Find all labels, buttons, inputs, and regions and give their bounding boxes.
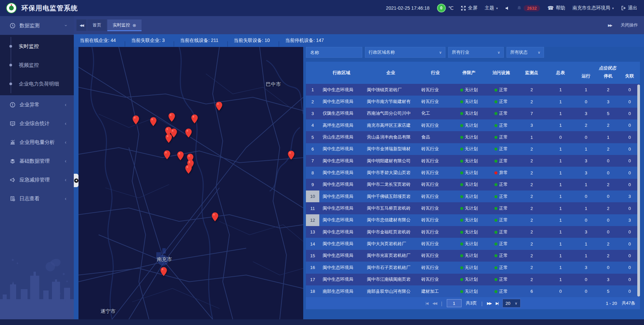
cell-facility: 正常 xyxy=(485,229,517,235)
region-filter-value: 行政区域名称 xyxy=(369,49,395,55)
datetime-label: 2021-02-25 17:46:18 xyxy=(386,5,430,11)
cell-points: 2 xyxy=(517,182,546,187)
sidebar-item-应急减排管理[interactable]: 应急减排管理‹ xyxy=(0,170,74,189)
cell-run: 1 xyxy=(575,206,597,211)
status-filter-dropdown[interactable]: 所有状态 ∨ xyxy=(506,47,544,58)
cell-index: 17 xyxy=(306,274,319,285)
table-row[interactable]: 10阆中生态环境局阆中千佛镇五郎垭页岩砖瓦行业无计划正常21003 xyxy=(306,191,640,202)
table-row[interactable]: 17阆中生态环境局阆中市江南镇阆南页岩砖瓦行业无计划正常21030 xyxy=(306,274,640,285)
region-filter-dropdown[interactable]: 行政区域名称 ∨ xyxy=(365,47,445,58)
tabbar-right: ▶▶ 关闭操作 xyxy=(608,22,644,28)
org-dropdown[interactable]: 南充市生态环境局 ▾ xyxy=(573,5,614,11)
cell-total: 1 xyxy=(546,170,575,175)
logout-button[interactable]: 退出 xyxy=(621,5,637,11)
sidebar-item-企业综合统计[interactable]: 企业综合统计‹ xyxy=(0,114,74,133)
table-row[interactable]: 16阆中生态环境局阆中市石子页岩机砖厂砖瓦行业无计划正常21300 xyxy=(306,262,640,273)
sidebar-item-实时监控[interactable]: 实时监控 xyxy=(0,37,74,56)
cell-facility: 正常 xyxy=(485,205,517,211)
sidebar-collapse-handle[interactable]: ◀ xyxy=(74,174,78,187)
table-row[interactable]: 1阆中生态环境局阆中强锐页岩砖厂砖瓦行业无计划正常21120 xyxy=(306,84,640,96)
map-pin-icon[interactable] xyxy=(212,212,218,221)
table-row[interactable]: 9阆中生态环境局阆中市二龙长宝页岩砖砖瓦行业无计划正常21120 xyxy=(306,179,640,191)
cell-stop: 2 xyxy=(597,182,619,187)
last-page-button[interactable]: ▶| xyxy=(496,301,498,306)
logout-icon xyxy=(621,6,626,10)
table-row[interactable]: 4高坪生态环境局南充市高坪区王家店建砖瓦行业无计划正常31220 xyxy=(306,119,640,131)
help-button[interactable]: ☎ 帮助 xyxy=(547,5,565,11)
cell-limit: 无计划 xyxy=(453,146,485,152)
cell-points: 2 xyxy=(517,229,546,234)
cell-stop: 0 xyxy=(597,170,619,175)
table-row[interactable]: 2阆中生态环境局阆中市南方节能建材有砖瓦行业无计划正常21030 xyxy=(306,96,640,107)
table-scrollbar[interactable] xyxy=(637,85,640,296)
close-operations-button[interactable]: 关闭操作 xyxy=(621,22,638,28)
map-pin-icon[interactable] xyxy=(177,151,184,160)
chevron-left-icon: ‹ xyxy=(65,121,66,126)
name-filter[interactable] xyxy=(306,47,362,58)
industry-filter-dropdown[interactable]: 所有行业 ∨ xyxy=(448,47,504,58)
map-pin-icon[interactable] xyxy=(288,151,294,160)
table-row[interactable]: 7阆中生态环境局阆中明阳建材有限公司砖瓦行业无计划正常21300 xyxy=(306,155,640,167)
first-page-button[interactable]: |◀ xyxy=(425,301,428,306)
column-header-facility: 治污设施 xyxy=(485,62,517,84)
sidebar-item-基础数据管理[interactable]: 基础数据管理‹ xyxy=(0,152,74,170)
sidebar-item-日志查看[interactable]: 日志查看‹ xyxy=(0,189,74,208)
table-row[interactable]: 11阆中生态环境局阆中市五马桥页岩机砖砖瓦行业无计划正常21120 xyxy=(306,202,640,214)
page-number-input[interactable] xyxy=(447,299,462,307)
cell-run: 3 xyxy=(575,158,597,163)
close-icon[interactable]: ⊗ xyxy=(132,23,136,28)
prev-page-button[interactable]: ◀◀ xyxy=(432,301,437,306)
cell-run: 0 xyxy=(575,218,597,223)
tab-首页[interactable]: 首页 xyxy=(87,19,107,31)
tab-实时监控[interactable]: 实时监控⊗ xyxy=(107,19,142,31)
next-page-button[interactable]: ▶▶ xyxy=(487,301,491,306)
map-pin-icon[interactable] xyxy=(160,267,167,276)
sound-button[interactable] xyxy=(505,6,509,10)
map-pin-icon[interactable] xyxy=(164,150,170,159)
map-pin-icon[interactable] xyxy=(216,102,222,111)
sidebar-item-数据监测[interactable]: 数据监测‹ xyxy=(0,16,74,35)
table-row[interactable]: 5营山生态环境局营山县润丰肉食品有限食品无计划正常10010 xyxy=(306,131,640,143)
cell-industry: 砖瓦行业 xyxy=(418,146,453,152)
column-header-stop: 停机 xyxy=(597,72,619,84)
cell-stop: 2 xyxy=(597,147,619,152)
cell-facility: 正常 xyxy=(485,122,517,128)
table-row[interactable]: 6阆中生态环境局阆中市金博瑞新型墙材砖瓦行业无计划正常21120 xyxy=(306,143,640,155)
name-filter-input[interactable] xyxy=(310,50,359,55)
page-size-select[interactable]: 20 ∨ xyxy=(502,299,521,308)
map-pin-icon[interactable] xyxy=(132,115,139,124)
fullscreen-button[interactable]: 全屏 xyxy=(461,5,477,11)
table-row[interactable]: 13阆中生态环境局阆中市金福旺页岩机砖砖瓦行业无计划正常21300 xyxy=(306,226,640,238)
map-panel[interactable]: 巴中市南充市遂宁市 xyxy=(78,47,303,319)
tabs-scroll-left-button[interactable]: ◀◀ xyxy=(76,19,87,31)
cell-total: 1 xyxy=(546,182,575,187)
theme-dropdown[interactable]: 主题 ▾ xyxy=(485,5,498,11)
cell-index: 7 xyxy=(306,155,319,167)
sidebar-item-企业异常[interactable]: 企业异常‹ xyxy=(0,95,74,114)
cell-index: 12 xyxy=(306,214,319,226)
map-pin-icon[interactable] xyxy=(185,165,192,174)
map-pin-icon[interactable] xyxy=(150,117,157,126)
table-row[interactable]: 8阆中生态环境局阆中市枣碧大梁山页岩砖瓦行业无计划异常21300 xyxy=(306,167,640,178)
map-pin-icon[interactable] xyxy=(185,128,192,138)
map-pin-icon[interactable] xyxy=(168,113,175,122)
notification-button[interactable]: 2632 xyxy=(517,5,540,11)
status-dot-green xyxy=(460,124,463,127)
sidebar-item-视频监控[interactable]: 视频监控 xyxy=(0,56,74,74)
map-pin-icon[interactable] xyxy=(165,134,172,143)
sidebar-item-企业用电量分析[interactable]: 企业用电量分析‹ xyxy=(0,133,74,152)
cell-index: 10 xyxy=(306,191,319,202)
map-pin-icon[interactable] xyxy=(191,114,198,123)
chevron-left-icon: ‹ xyxy=(65,196,66,201)
cell-total: 1 xyxy=(546,194,575,199)
table-row[interactable]: 3仪陇生态环境局西南油气田分公司川中化工无计划正常71350 xyxy=(306,108,640,119)
sidebar-item-企业电力负荷明细[interactable]: 企业电力负荷明细 xyxy=(0,74,74,93)
cell-industry: 化工 xyxy=(418,110,453,116)
table-row[interactable]: 18南部生态环境局南部县双华山河有限公建材加工无计划正常60050 xyxy=(306,285,640,297)
cell-points: 2 xyxy=(517,277,546,282)
table-row[interactable]: 15阆中生态环境局阆中市光富页岩机砖厂砖瓦行业无计划正常21120 xyxy=(306,250,640,262)
tabs-scroll-right-button[interactable]: ▶▶ xyxy=(608,23,612,27)
topbar-right: 2021-02-25 17:46:18 0 ℃ 全屏 主题 ▾ 2632 ☎ xyxy=(386,4,644,12)
table-row[interactable]: 12阆中生态环境局阆中市忠信建材有限公砖瓦行业无计划正常21003 xyxy=(306,214,640,226)
table-row[interactable]: 14阆中生态环境局阆中大兴页岩机砖厂砖瓦行业无计划正常21120 xyxy=(306,238,640,250)
